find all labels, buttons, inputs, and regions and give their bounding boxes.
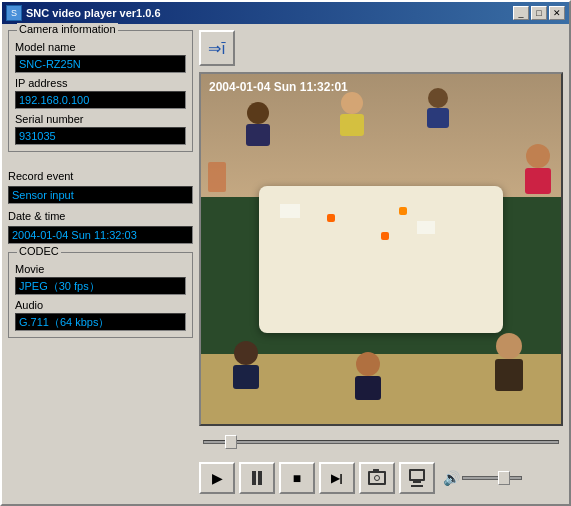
movie-input[interactable] bbox=[15, 277, 186, 295]
video-display: 2004-01-04 Sun 11:32:01 bbox=[199, 72, 563, 426]
main-window: S SNC video player ver1.0.6 _ □ ✕ Camera… bbox=[0, 0, 571, 506]
snapshot-icon bbox=[368, 471, 386, 485]
frame-forward-icon: ▶| bbox=[331, 472, 342, 485]
ip-address-label: IP address bbox=[15, 77, 186, 89]
seek-thumb[interactable] bbox=[225, 435, 237, 449]
snapshot-button[interactable] bbox=[359, 462, 395, 494]
play-button[interactable]: ▶ bbox=[199, 462, 235, 494]
frame-forward-button[interactable]: ▶| bbox=[319, 462, 355, 494]
title-bar: S SNC video player ver1.0.6 _ □ ✕ bbox=[2, 2, 569, 24]
bottom-controls: ▶ ■ ▶| bbox=[199, 458, 563, 498]
serial-number-input[interactable] bbox=[15, 127, 186, 145]
camera-info-group: Camera information Model name IP address… bbox=[8, 30, 193, 152]
serial-number-label: Serial number bbox=[15, 113, 186, 125]
monitor-icon bbox=[409, 469, 425, 487]
camera-info-title: Camera information bbox=[17, 23, 118, 35]
stop-icon: ■ bbox=[293, 470, 301, 486]
window-title: SNC video player ver1.0.6 bbox=[26, 7, 509, 19]
video-timestamp: 2004-01-04 Sun 11:32:01 bbox=[209, 80, 348, 94]
record-section: Record event Date & time bbox=[8, 156, 193, 248]
volume-track[interactable] bbox=[462, 476, 522, 480]
seek-slider-area bbox=[199, 432, 563, 452]
volume-thumb[interactable] bbox=[498, 471, 510, 485]
model-name-input[interactable] bbox=[15, 55, 186, 73]
main-content: Camera information Model name IP address… bbox=[2, 24, 569, 504]
monitor-button[interactable] bbox=[399, 462, 435, 494]
stop-button[interactable]: ■ bbox=[279, 462, 315, 494]
ip-address-input[interactable] bbox=[15, 91, 186, 109]
minimize-button[interactable]: _ bbox=[513, 6, 529, 20]
app-icon: S bbox=[6, 5, 22, 21]
codec-group: CODEC Movie Audio bbox=[8, 252, 193, 338]
pause-button[interactable] bbox=[239, 462, 275, 494]
info-icon: ⇒ī bbox=[208, 39, 225, 58]
seek-track[interactable] bbox=[203, 440, 559, 444]
left-panel: Camera information Model name IP address… bbox=[8, 30, 193, 498]
datetime-label: Date & time bbox=[8, 210, 193, 222]
audio-label: Audio bbox=[15, 299, 186, 311]
video-scene bbox=[201, 74, 561, 424]
model-name-label: Model name bbox=[15, 41, 186, 53]
play-icon: ▶ bbox=[212, 470, 223, 486]
close-button[interactable]: ✕ bbox=[549, 6, 565, 20]
top-controls: ⇒ī bbox=[199, 30, 563, 66]
right-panel: ⇒ī 2004-01-04 Sun 11:32:01 bbox=[199, 30, 563, 498]
title-bar-buttons: _ □ ✕ bbox=[513, 6, 565, 20]
codec-title: CODEC bbox=[17, 245, 61, 257]
record-event-label: Record event bbox=[8, 170, 193, 182]
info-button[interactable]: ⇒ī bbox=[199, 30, 235, 66]
volume-section: 🔊 bbox=[443, 470, 522, 486]
record-event-input[interactable] bbox=[8, 186, 193, 204]
datetime-input[interactable] bbox=[8, 226, 193, 244]
movie-label: Movie bbox=[15, 263, 186, 275]
audio-input[interactable] bbox=[15, 313, 186, 331]
maximize-button[interactable]: □ bbox=[531, 6, 547, 20]
pause-icon bbox=[252, 471, 262, 485]
volume-icon: 🔊 bbox=[443, 470, 460, 486]
